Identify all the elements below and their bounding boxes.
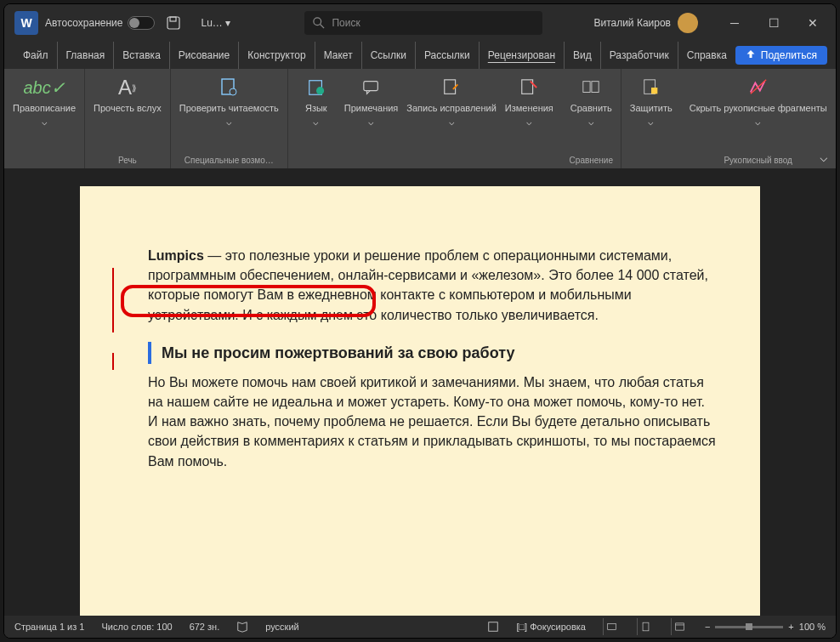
ribbon-collapse-button[interactable]: ⌵: [815, 148, 832, 165]
word-window: W Автосохранение Lu… ▾ Поиск Виталий Каи…: [3, 3, 837, 639]
view-web-icon[interactable]: [671, 618, 688, 635]
save-icon[interactable]: [167, 16, 180, 30]
status-page[interactable]: Страница 1 из 1: [14, 622, 84, 632]
ribbon-group-compare: Сравнить ⌵ Сравнение: [562, 69, 621, 168]
search-icon: [313, 17, 325, 29]
tab-design[interactable]: Конструктор: [239, 42, 315, 69]
status-chars[interactable]: 672 зн.: [190, 622, 220, 632]
tab-insert[interactable]: Вставка: [114, 42, 170, 69]
svg-line-3: [321, 25, 324, 28]
tab-review[interactable]: Рецензирован: [480, 42, 565, 69]
toggle-switch-icon[interactable]: [128, 16, 155, 30]
user-name: Виталий Каиров: [593, 17, 671, 29]
language-button[interactable]: Язык ⌵: [295, 72, 338, 131]
autosave-toggle[interactable]: Автосохранение: [45, 16, 155, 30]
chevron-down-icon: ⌵: [368, 116, 374, 128]
protect-button[interactable]: Защитить ⌵: [628, 72, 674, 131]
document-page[interactable]: Lumpics — это полезные уроки и решение п…: [80, 186, 760, 616]
close-button[interactable]: ✕: [793, 4, 832, 42]
word-app-icon[interactable]: W: [14, 11, 38, 35]
share-button[interactable]: Поделиться: [735, 46, 827, 65]
ribbon-tabs: Файл Главная Вставка Рисование Конструкт…: [4, 42, 836, 69]
comment-icon: [360, 76, 383, 99]
heading-2[interactable]: Мы не просим пожертвований за свою работ…: [148, 342, 716, 364]
tab-references[interactable]: Ссылки: [362, 42, 416, 69]
spellcheck-button[interactable]: abc✓ Правописание ⌵: [11, 72, 77, 131]
svg-point-2: [314, 18, 321, 26]
tab-file[interactable]: Файл: [14, 42, 58, 69]
svg-rect-13: [592, 82, 599, 93]
document-canvas[interactable]: Lumpics — это полезные уроки и решение п…: [4, 169, 836, 616]
paragraph-1[interactable]: Lumpics — это полезные уроки и решение п…: [148, 246, 716, 325]
avatar-icon: [678, 13, 698, 33]
svg-rect-9: [445, 80, 456, 94]
chevron-down-icon: ⌵: [588, 116, 594, 128]
svg-rect-17: [489, 622, 498, 632]
chevron-down-icon: ⌵: [226, 116, 232, 128]
book-icon[interactable]: [236, 621, 248, 633]
read-aloud-icon: A⟫: [116, 76, 139, 99]
tab-developer[interactable]: Разработчик: [601, 42, 678, 69]
compare-button[interactable]: Сравнить ⌵: [569, 72, 614, 131]
chevron-down-icon: ⌵: [42, 116, 48, 128]
svg-rect-12: [583, 82, 590, 93]
revision-mark-icon[interactable]: [112, 353, 114, 370]
zoom-slider[interactable]: [715, 626, 783, 628]
tab-home[interactable]: Главная: [58, 42, 115, 69]
chevron-down-icon: ⌵: [449, 116, 455, 128]
check-readability-button[interactable]: Проверить читаемость ⌵: [178, 72, 281, 131]
accessibility-icon[interactable]: [487, 621, 499, 633]
svg-rect-19: [643, 622, 649, 631]
user-account[interactable]: Виталий Каиров: [593, 13, 698, 33]
tab-mailings[interactable]: Рассылки: [416, 42, 480, 69]
bold-title: Lumpics: [148, 248, 204, 263]
track-changes-icon: [440, 76, 463, 99]
document-name[interactable]: Lu… ▾: [201, 17, 230, 29]
search-input[interactable]: Поиск: [304, 11, 542, 35]
revision-mark-icon[interactable]: [112, 268, 114, 332]
svg-rect-8: [363, 82, 377, 91]
status-words[interactable]: Число слов: 100: [101, 622, 172, 632]
ribbon: abc✓ Правописание ⌵ A⟫ Прочесть вслух Ре…: [4, 69, 836, 169]
svg-point-7: [316, 87, 324, 94]
autosave-label: Автосохранение: [45, 17, 122, 29]
track-changes-button[interactable]: Запись исправлений ⌵: [405, 72, 497, 131]
globe-icon: [304, 76, 328, 99]
svg-point-5: [230, 88, 236, 95]
zoom-in-button[interactable]: +: [788, 622, 793, 632]
chevron-down-icon: ⌵: [755, 116, 761, 128]
ribbon-group-proofing: abc✓ Правописание ⌵: [4, 69, 85, 168]
titlebar: W Автосохранение Lu… ▾ Поиск Виталий Каи…: [4, 4, 836, 42]
svg-rect-20: [676, 623, 684, 630]
status-bar: Страница 1 из 1 Число слов: 100 672 зн. …: [4, 616, 836, 638]
svg-rect-1: [170, 17, 176, 21]
tab-layout[interactable]: Макет: [315, 42, 362, 69]
tab-view[interactable]: Вид: [565, 42, 601, 69]
lock-icon: [639, 76, 663, 99]
zoom-out-button[interactable]: −: [705, 622, 710, 632]
zoom-level[interactable]: 100 %: [799, 622, 826, 632]
read-aloud-button[interactable]: A⟫ Прочесть вслух: [92, 72, 163, 116]
window-controls: ─ ☐ ✕: [715, 4, 832, 42]
tab-draw[interactable]: Рисование: [170, 42, 239, 69]
ribbon-group-speech: A⟫ Прочесть вслух Речь: [85, 69, 171, 168]
status-language[interactable]: русский: [265, 622, 298, 632]
ink-icon: [746, 76, 770, 99]
svg-rect-15: [651, 88, 657, 94]
ribbon-group-protect: Защитить ⌵: [621, 69, 681, 168]
changes-button[interactable]: Изменения ⌵: [503, 72, 555, 131]
maximize-button[interactable]: ☐: [754, 4, 793, 42]
svg-rect-0: [167, 17, 179, 29]
share-icon: [746, 50, 756, 60]
minimize-button[interactable]: ─: [715, 4, 754, 42]
view-print-icon[interactable]: [637, 618, 654, 635]
tab-help[interactable]: Справка: [678, 42, 735, 69]
hide-ink-button[interactable]: Скрыть рукописные фрагменты ⌵: [688, 72, 829, 131]
paragraph-2[interactable]: Но Вы можете помочь нам своей критикой и…: [148, 372, 716, 471]
chevron-down-icon: ⌵: [526, 116, 532, 128]
focus-mode-button[interactable]: [□] Фокусировка: [516, 622, 586, 632]
comments-button[interactable]: Примечания ⌵: [343, 72, 400, 131]
ribbon-group-ink: Скрыть рукописные фрагменты ⌵ Рукописный…: [681, 69, 836, 168]
zoom-control[interactable]: − + 100 %: [705, 622, 826, 632]
view-read-icon[interactable]: [603, 618, 620, 635]
